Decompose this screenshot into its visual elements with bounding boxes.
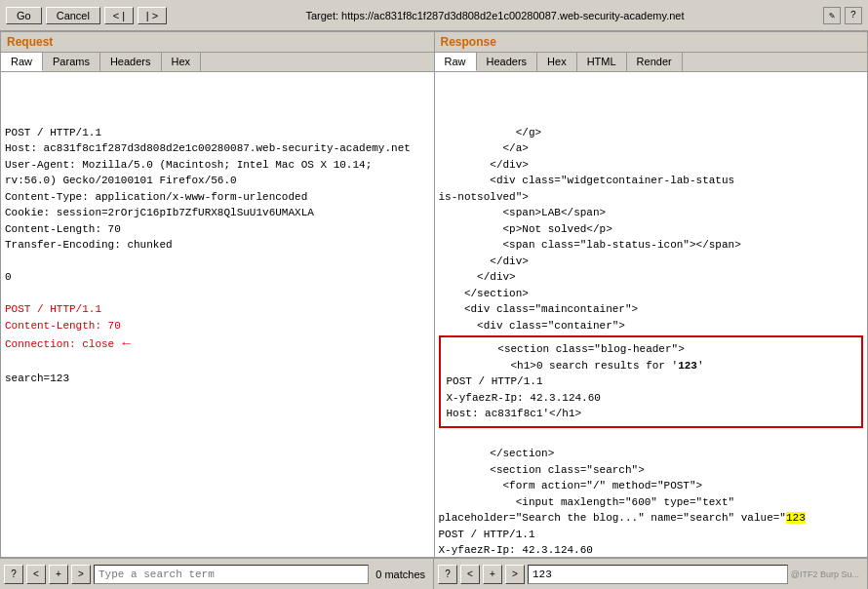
request-header: Request xyxy=(1,32,434,53)
response-tabs: Raw Headers Hex HTML Render xyxy=(435,53,868,72)
req-line-end: search=123 xyxy=(5,373,69,384)
resp-line-2: </section> <section class="search"> <for… xyxy=(439,448,806,557)
bottom-right-panel: ? < + > @ITF2 Burp Su... xyxy=(434,559,868,589)
tab-request-headers[interactable]: Headers xyxy=(100,53,162,71)
tab-response-raw[interactable]: Raw xyxy=(435,53,477,71)
req-line-1: POST / HTTP/1.1 Host: ac831f8c1f287d3d80… xyxy=(5,127,411,284)
left-search-input[interactable] xyxy=(94,565,369,584)
edit-icon[interactable]: ✎ xyxy=(823,7,841,24)
resp-highlight-123: 123 xyxy=(786,512,806,524)
nav-back-button[interactable]: < | xyxy=(104,7,134,24)
left-next-button[interactable]: > xyxy=(71,565,91,584)
request-panel: Request Raw Params Headers Hex POST / HT… xyxy=(0,31,435,558)
response-highlight-box: <section class="blog-header"> <h1>0 sear… xyxy=(439,335,864,428)
right-add-button[interactable]: + xyxy=(483,565,502,584)
resp-line-1: </g> </a> </div> <div class="widgetconta… xyxy=(439,127,741,332)
request-tabs: Raw Params Headers Hex xyxy=(1,53,434,72)
response-panel: Response Raw Headers Hex HTML Render </g… xyxy=(435,31,869,558)
tab-response-headers[interactable]: Headers xyxy=(477,53,538,71)
nav-fwd-icon: | > xyxy=(146,10,158,21)
response-text: </g> </a> </div> <div class="widgetconta… xyxy=(439,108,864,557)
tab-response-html[interactable]: HTML xyxy=(577,53,627,71)
req-smuggled: POST / HTTP/1.1 Content-Length: 70 Conne… xyxy=(5,303,121,350)
arrow-icon: ← xyxy=(114,335,131,351)
response-content[interactable]: </g> </a> </div> <div class="widgetconta… xyxy=(435,72,868,557)
right-prev-button[interactable]: < xyxy=(460,565,480,584)
tab-response-render[interactable]: Render xyxy=(627,53,683,71)
tab-request-params[interactable]: Params xyxy=(43,53,100,71)
watermark-label: @ITF2 Burp Su... xyxy=(791,569,863,579)
toolbar-right: ✎ ? xyxy=(823,7,862,24)
main-panels: Request Raw Params Headers Hex POST / HT… xyxy=(0,31,868,558)
toolbar-left: Go Cancel < | | > xyxy=(6,7,167,24)
left-help-button[interactable]: ? xyxy=(4,565,23,584)
tab-request-raw[interactable]: Raw xyxy=(1,53,43,71)
nav-back-icon: < | xyxy=(113,10,125,21)
left-prev-button[interactable]: < xyxy=(26,565,46,584)
cancel-button[interactable]: Cancel xyxy=(46,7,100,24)
tab-response-hex[interactable]: Hex xyxy=(537,53,577,71)
toolbar: Go Cancel < | | > Target: https://ac831f… xyxy=(0,0,868,31)
right-next-button[interactable]: > xyxy=(505,565,525,584)
right-help-button[interactable]: ? xyxy=(438,565,457,584)
left-matches-label: 0 matches xyxy=(372,569,429,580)
right-search-input[interactable] xyxy=(528,565,788,584)
request-text: POST / HTTP/1.1 Host: ac831f8c1f287d3d80… xyxy=(5,108,430,403)
target-url: Target: https://ac831f8c1f287d3d808d2e1c… xyxy=(167,10,823,21)
go-button[interactable]: Go xyxy=(6,7,42,24)
bottom-left-panel: ? < + > 0 matches xyxy=(0,559,434,589)
bottom-bar: ? < + > 0 matches ? < + > @ITF2 Burp Su.… xyxy=(0,558,868,589)
response-header: Response xyxy=(435,32,868,53)
help-icon[interactable]: ? xyxy=(845,7,862,24)
left-add-button[interactable]: + xyxy=(49,565,68,584)
nav-fwd-button[interactable]: | > xyxy=(138,7,167,24)
request-content[interactable]: POST / HTTP/1.1 Host: ac831f8c1f287d3d80… xyxy=(1,72,434,557)
tab-request-hex[interactable]: Hex xyxy=(162,53,202,71)
